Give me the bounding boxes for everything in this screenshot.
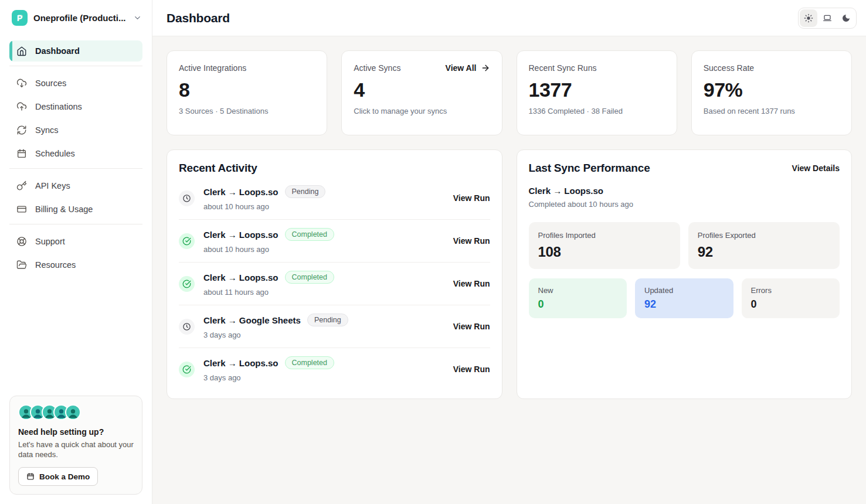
stat-value: 4 [354,79,490,101]
metric-updated: Updated 92 [635,278,733,318]
home-icon [16,46,27,56]
page-title: Dashboard [167,11,230,25]
metric-label: Updated [644,286,724,295]
stat-card-success-rate: Success Rate 97% Based on recent 1377 ru… [691,50,852,135]
help-card: Need help setting up? Let's have a quick… [9,396,142,495]
theme-system-button[interactable] [819,9,836,27]
sync-run-title: Clerk → Loops.so [203,358,279,368]
sidebar-item-label: Resources [35,260,76,270]
stat-sub: Based on recent 1377 runs [704,107,840,115]
check-circle-icon [179,233,195,249]
chevron-down-icon [133,13,142,22]
stat-card-active-syncs[interactable]: Active Syncs View All 4 Click to manage … [341,50,502,135]
sidebar-item-sources[interactable]: Sources [9,73,142,94]
activity-row: Clerk → Loops.so Completed about 10 hour… [179,220,490,263]
sidebar-item-destinations[interactable]: Destinations [9,96,142,117]
sync-run-time: 3 days ago [203,331,444,339]
view-run-link[interactable]: View Run [453,365,490,374]
view-details-link[interactable]: View Details [792,164,840,173]
view-all-link[interactable]: View All [446,63,490,73]
sidebar: P Oneprofile (Producti... Dashboard Sour… [0,0,152,504]
activity-row: Clerk → Loops.so Completed about 11 hour… [179,263,490,305]
book-demo-button[interactable]: Book a Demo [18,467,98,486]
stat-sub: Click to manage your syncs [354,107,490,115]
metric-value: 0 [751,298,831,311]
nav-divider [9,66,142,66]
status-badge: Pending [307,314,348,326]
sync-run-time: about 10 hours ago [203,245,444,254]
stat-sub: 3 Sources · 5 Destinations [179,107,315,115]
metric-profiles-exported: Profiles Exported 92 [688,222,840,269]
sync-run-title: Clerk → Google Sheets [203,315,301,325]
credit-card-icon [16,204,27,214]
status-badge: Completed [285,228,334,241]
stat-card-active-integrations: Active Integrations 8 3 Sources · 5 Dest… [167,50,327,135]
metric-label: Errors [751,286,831,295]
sidebar-item-label: Dashboard [35,46,80,56]
view-run-link[interactable]: View Run [453,279,490,288]
moon-icon [841,13,851,23]
last-sync-name: Clerk → Loops.so [529,186,840,196]
sidebar-item-syncs[interactable]: Syncs [9,120,142,141]
view-run-link[interactable]: View Run [453,193,490,203]
sidebar-nav: Dashboard Sources Destinations Syncs Sch… [0,33,152,278]
last-sync-performance-panel: Last Sync Performance View Details Clerk… [517,149,853,399]
sync-run-title: Clerk → Loops.so [203,187,279,197]
calendar-icon [16,148,27,159]
folder-open-icon [16,260,27,270]
help-text: Let's have a quick chat about your data … [18,440,134,460]
nav-divider [9,168,142,169]
sidebar-item-label: Syncs [35,125,59,135]
activity-row: Clerk → Loops.so Pending about 10 hours … [179,177,490,220]
sidebar-item-support[interactable]: Support [9,231,142,252]
stat-label: Recent Sync Runs [529,63,597,73]
metric-value: 92 [698,244,830,260]
sidebar-item-label: Schedules [35,149,75,158]
theme-toggle [798,8,857,29]
stat-value: 97% [704,79,840,101]
workspace-switcher[interactable]: P Oneprofile (Producti... [0,0,152,33]
metric-value: 108 [538,244,671,260]
nav-divider [9,224,142,224]
stat-card-recent-sync-runs: Recent Sync Runs 1377 1336 Completed · 3… [517,50,677,135]
sidebar-item-resources[interactable]: Resources [9,254,142,275]
last-sync-status: Completed about 10 hours ago [529,200,840,209]
sync-run-title: Clerk → Loops.so [203,273,279,282]
view-run-link[interactable]: View Run [453,236,490,246]
laptop-icon [823,13,832,23]
sidebar-item-dashboard[interactable]: Dashboard [9,40,142,62]
theme-dark-button[interactable] [837,9,855,27]
stat-sub: 1336 Completed · 38 Failed [529,107,665,115]
check-circle-icon [179,362,195,377]
cloud-upload-icon [16,101,27,112]
sun-icon [804,13,813,23]
calendar-icon [26,472,35,481]
sidebar-item-label: API Keys [35,181,70,190]
small-metrics: New 0 Updated 92 Errors 0 [529,278,840,318]
activity-list: Clerk → Loops.so Pending about 10 hours … [179,177,490,387]
sidebar-item-api-keys[interactable]: API Keys [9,175,142,196]
clock-icon [179,190,195,206]
status-badge: Completed [285,356,334,369]
recent-activity-panel: Recent Activity Clerk → Loops.so Pending… [167,149,502,399]
main-area: Dashboard Active Integrations 8 3 Source… [152,0,866,504]
refresh-icon [16,125,27,135]
sidebar-item-label: Sources [35,79,66,88]
workspace-name: Oneprofile (Producti... [33,13,126,23]
sidebar-item-billing-usage[interactable]: Billing & Usage [9,199,142,220]
life-buoy-icon [16,236,27,247]
book-demo-label: Book a Demo [39,472,90,481]
view-run-link[interactable]: View Run [453,322,490,331]
metric-new: New 0 [529,278,627,318]
help-title: Need help setting up? [18,427,134,437]
clock-icon [179,319,195,335]
sidebar-item-schedules[interactable]: Schedules [9,143,142,164]
cloud-download-icon [16,78,27,88]
check-circle-icon [179,276,195,292]
metric-value: 0 [538,298,618,311]
theme-light-button[interactable] [800,9,817,27]
key-icon [16,181,27,191]
status-badge: Pending [285,185,326,198]
sync-run-time: 3 days ago [203,373,444,382]
arrow-right-icon [481,63,490,73]
